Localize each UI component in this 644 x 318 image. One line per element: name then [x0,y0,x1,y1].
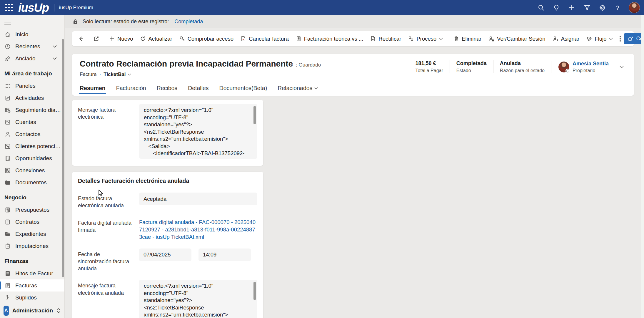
cancel-invoice-button[interactable]: Cancelar factura [237,33,292,44]
refresh-button[interactable]: Actualizar [136,33,176,44]
lead-phone-icon [4,143,11,149]
readonly-banner: Solo lectura: estado de este registro:Co… [65,15,644,28]
factura-anulada-file-link[interactable]: Factura digital anulada - FAC-000070 - 2… [139,217,257,241]
open-in-new-window-icon[interactable] [91,33,102,44]
field-factura-digital-anulada-firmada: Factura digital anulada firmada Factura … [78,217,257,241]
new-button[interactable]: Nuevo [106,33,136,44]
owner-avatar[interactable] [558,62,569,72]
field-mensaje-factura-anulada: Mensaje factura electrónica anulada corr… [78,280,257,318]
mensaje-factura-anulada-textarea[interactable]: correcto:<?xml version="1.0" encoding="U… [139,280,257,318]
summary-estado: Completada Estado [450,60,493,73]
command-label: Cancelar factura [249,36,289,42]
app-launcher-waffle-icon[interactable] [4,3,14,13]
command-label: Flujo [595,36,606,42]
assign-button[interactable]: Asignar [549,33,583,44]
field-label: Fecha de sincronización factura anulada [78,249,139,272]
sidebar-item-clientes-potenciales[interactable]: Clientes potencial... [0,140,64,152]
back-button[interactable] [75,33,87,44]
share-button[interactable]: Compartir [624,33,644,44]
sidebar-item-label: Contratos [15,219,61,225]
search-icon[interactable] [535,1,548,14]
sidebar-item-contactos[interactable]: Contactos [0,128,64,140]
sidebar-item-oportunidades[interactable]: Oportunidades [0,152,64,164]
theoretical-billing-button[interactable]: Facturación teórica vs ... [292,33,367,44]
tab-documentos-beta[interactable]: Documentos(Beta) [219,85,267,96]
readonly-status: Completada [174,19,203,25]
field-label: Mensaje factura electrónica anulada [78,280,139,318]
form-selector[interactable]: TicketBai [104,72,131,77]
command-label: Eliminar [462,36,481,42]
flow-menu-button[interactable]: Flujo [583,33,616,44]
fecha-sincronizacion-date-input[interactable] [139,249,191,261]
textarea-scrollbar[interactable] [253,282,256,300]
collapse-sidebar-hamburger-icon[interactable] [0,15,64,26]
sidebar-scrollbar[interactable] [62,39,64,277]
site-map-sidebar: Inicio Recientes Anclado Mi área de trab… [0,15,65,318]
delete-button[interactable]: Eliminar [450,33,485,44]
tab-relacionados[interactable]: Relacionados [278,85,318,96]
sidebar-item-seguimiento-diario[interactable]: Seguimiento diario [0,104,64,116]
sidebar-item-label: Cuentas [15,119,61,125]
window-scrollbar-track[interactable] [641,15,644,318]
sidebar-item-facturas[interactable]: Facturas [0,279,64,292]
sidebar-item-expedientes[interactable]: Expedientes [0,228,64,240]
sidebar-item-label: Conexiones [15,167,61,174]
check-access-button[interactable]: Comprobar acceso [176,33,237,44]
iusup-logo[interactable]: iusUp [18,1,54,14]
section-title: Detalles Facturación electrónica anulada [78,178,257,184]
sidebar-item-documentos[interactable]: Documentos [0,176,64,188]
rectify-button[interactable]: Rectificar [367,33,405,44]
settings-gear-icon[interactable] [596,1,609,14]
sidebar-item-conexiones[interactable]: Conexiones [0,164,64,176]
sidebar-item-presupuestos[interactable]: Presupuestos [0,204,64,216]
main-content: Solo lectura: estado de este registro:Co… [65,15,644,318]
add-icon[interactable] [565,1,578,14]
summary-total: 181,50 € Total a Pagar [409,60,450,73]
tab-recibos[interactable]: Recibos [157,85,177,96]
help-icon[interactable] [611,1,624,14]
area-switcher[interactable]: A Administración [0,303,64,318]
owner-name-link[interactable]: Amesia Sentia [573,61,609,67]
command-label: Rectificar [378,36,401,42]
field-mensaje-factura-electronica: Mensaje factura electrónica correcto:<?x… [78,104,257,159]
more-commands-overflow-icon[interactable] [616,33,624,44]
sidebar-item-paneles[interactable]: Paneles [0,80,64,92]
user-avatar[interactable] [629,2,640,13]
lightbulb-icon[interactable] [550,1,563,14]
home-icon [4,32,11,37]
tab-resumen[interactable]: Resumen [80,85,106,96]
top-navigation-bar: iusUp iusUp Premium [0,0,644,15]
chevron-down-icon[interactable] [53,45,61,48]
sidebar-item-imputaciones[interactable]: Imputaciones [0,240,64,252]
sidebar-item-label: Presupuestos [15,207,61,213]
sidebar-item-cuentas[interactable]: Cuentas [0,116,64,128]
process-menu-button[interactable]: Proceso [405,33,446,44]
sidebar-item-contratos[interactable]: Contratos [0,216,64,228]
sidebar-item-anclado[interactable]: Anclado [0,52,64,64]
table-clock-icon [4,107,11,113]
tab-facturacion[interactable]: Facturación [116,85,146,96]
estado-factura-anulada-input[interactable] [139,193,257,205]
sidebar-item-actividades[interactable]: Actividades [0,92,64,104]
sidebar-item-inicio[interactable]: Inicio [0,28,64,40]
mensaje-factura-electronica-textarea[interactable]: correcto:<?xml version="1.0" encoding="U… [139,104,257,159]
section-detalles-facturacion-anulada: Detalles Facturación electrónica anulada… [72,172,263,318]
tab-label: Documentos(Beta) [219,85,267,92]
razon-estado-label: Razón para el estado [500,68,545,73]
tab-label: Detalles [188,85,208,92]
chevron-down-icon[interactable] [53,57,61,60]
sidebar-item-label: Inicio [15,31,61,38]
sidebar-item-label: Clientes potencial... [15,143,61,150]
fecha-sincronizacion-time-input[interactable] [198,249,251,261]
textarea-scrollbar[interactable] [253,106,256,124]
sidebar-item-suplidos[interactable]: Suplidos [0,292,64,303]
header-expand-chevron-icon[interactable] [617,63,626,71]
sidebar-item-recientes[interactable]: Recientes [0,40,64,52]
sidebar-item-hitos-facturacion[interactable]: Hitos de Facturaci... [0,267,64,279]
sidebar-item-label: Imputaciones [15,243,61,249]
tab-detalles[interactable]: Detalles [188,85,208,96]
estado-label: Estado [456,68,487,73]
filter-icon[interactable] [580,1,593,14]
change-session-button[interactable]: Ver/Cambiar Sesión [485,33,549,44]
field-label: Estado factura electrónica anulada [78,193,139,209]
